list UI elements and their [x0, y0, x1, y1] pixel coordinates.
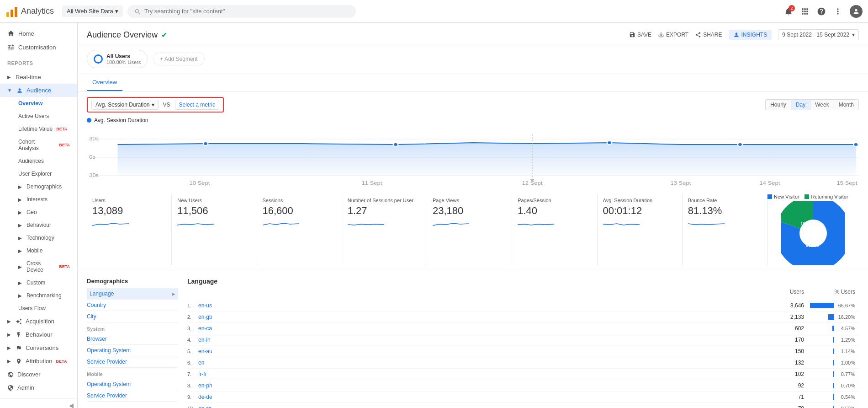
row-lang-cell: 8. en-ph	[187, 382, 767, 389]
sidebar-item-benchmarking[interactable]: ▶ Benchmarking	[0, 289, 77, 302]
date-range-picker[interactable]: 9 Sept 2022 - 15 Sept 2022 ▾	[778, 29, 859, 40]
insights-button[interactable]: INSIGHTS	[729, 30, 772, 40]
row-users: 92	[767, 382, 804, 389]
save-icon	[629, 32, 635, 38]
sidebar-item-interests[interactable]: ▶ Interests	[0, 193, 77, 206]
sidebar-item-cross-device[interactable]: ▶ Cross DeviceBETA	[0, 257, 77, 276]
sidebar-item-conversions[interactable]: ▶ Conversions	[0, 341, 77, 354]
demo-link-os[interactable]: Operating System	[87, 345, 178, 356]
metric-select-primary[interactable]: Avg. Session Duration ▾	[91, 100, 159, 110]
svg-text:30s: 30s	[89, 136, 99, 141]
row-lang-link[interactable]: de-de	[198, 394, 767, 400]
row-lang-link[interactable]: en-gb	[198, 314, 767, 320]
sidebar-item-behaviour-main[interactable]: ▶ Behaviour	[0, 328, 77, 341]
table-row: 8. en-ph 92 0.70%	[187, 380, 859, 392]
row-lang-link[interactable]: en-au	[198, 348, 767, 354]
row-lang-link[interactable]: en-ph	[198, 382, 767, 389]
sidebar-item-active-users[interactable]: Active Users	[0, 110, 77, 123]
sidebar-item-lifetime-value[interactable]: Lifetime ValueBETA	[0, 123, 77, 135]
row-pct: 0.70%	[837, 383, 855, 388]
search-input[interactable]	[144, 8, 349, 15]
sidebar-item-admin[interactable]: Admin	[0, 381, 77, 394]
export-button[interactable]: EXPORT	[658, 32, 688, 38]
bottom-section: Demographics Language ▶ Country City Sys…	[78, 270, 868, 408]
time-toggle-hourly[interactable]: Hourly	[766, 100, 791, 110]
expand-icon: ▶	[18, 280, 22, 285]
tab-overview[interactable]: Overview	[87, 74, 122, 91]
app-title: Analytics	[21, 6, 54, 16]
stat-users: Users 13,089	[87, 194, 172, 265]
row-bar-area: 0.77%	[804, 371, 859, 377]
sidebar-label-cohort-analysis: Cohort Analysis	[18, 139, 55, 151]
sidebar-item-home[interactable]: Home	[0, 27, 77, 40]
sidebar-item-mobile[interactable]: ▶ Mobile	[0, 244, 77, 257]
search-bar[interactable]	[127, 5, 356, 18]
sidebar-label-active-users: Active Users	[18, 113, 49, 119]
stat-pages-session-sparkline	[518, 219, 554, 228]
sidebar-item-audience[interactable]: ▼ Audience	[0, 84, 77, 97]
site-selector[interactable]: All Web Site Data ▾	[62, 5, 123, 17]
apps-icon[interactable]	[800, 7, 810, 16]
segment-label: All Users	[106, 53, 141, 59]
sidebar-item-customisation[interactable]: Customisation	[0, 40, 77, 54]
time-toggle-month[interactable]: Month	[834, 100, 858, 110]
search-icon	[134, 8, 141, 15]
table-row: 4. en-in 170 1.29%	[187, 334, 859, 346]
sidebar-item-audiences[interactable]: Audiences	[0, 155, 77, 167]
row-pct: 0.53%	[837, 406, 855, 408]
segment-chip-all-users[interactable]: All Users 100.00% Users	[87, 50, 148, 68]
time-toggles: Hourly Day Week Month	[765, 99, 859, 110]
demo-link-city[interactable]: City	[87, 311, 178, 322]
sidebar-item-discover[interactable]: Discover	[0, 368, 77, 381]
help-icon[interactable]	[817, 7, 826, 16]
demo-link-browser[interactable]: Browser	[87, 333, 178, 345]
demo-link-language[interactable]: Language ▶	[87, 288, 178, 300]
demo-language-label: Language	[90, 290, 114, 297]
sidebar-item-behaviour[interactable]: ▶ Behaviour	[0, 219, 77, 231]
demo-mobile-category: Mobile	[87, 371, 178, 377]
sidebar-item-demographics[interactable]: ▶ Demographics	[0, 180, 77, 193]
stats-row: Users 13,089 New Users 11,506 Sessions 1…	[78, 189, 868, 270]
col-users-header: Users	[767, 289, 804, 295]
sidebar-item-user-explorer[interactable]: User Explorer	[0, 167, 77, 180]
more-vertical-icon[interactable]	[833, 7, 842, 16]
metric-select-secondary[interactable]: Select a metric	[175, 100, 219, 110]
svg-rect-2	[15, 7, 17, 17]
row-bar-area: 65.67%	[804, 303, 859, 308]
sidebar-item-custom[interactable]: ▶ Custom	[0, 276, 77, 289]
add-segment-button[interactable]: + Add Segment	[153, 53, 204, 65]
row-lang-link[interactable]: en-us	[198, 302, 767, 309]
demo-link-mobile-os[interactable]: Operating System	[87, 379, 178, 390]
beta-badge: BETA	[56, 359, 67, 364]
svg-text:80.2%: 80.2%	[806, 243, 819, 248]
sidebar: Home Customisation REPORTS ▶ Real-time ▼…	[0, 23, 78, 408]
sidebar-item-technology[interactable]: ▶ Technology	[0, 231, 77, 244]
analytics-logo-icon	[5, 5, 18, 18]
share-button[interactable]: SHARE	[695, 32, 722, 38]
avatar[interactable]	[850, 5, 863, 18]
row-rank: 1.	[187, 303, 196, 308]
time-toggle-week[interactable]: Week	[810, 100, 834, 110]
row-lang-link[interactable]: en	[198, 360, 767, 366]
demo-mobile-service-label: Service Provider	[87, 392, 127, 399]
sidebar-item-attribution[interactable]: ▶ AttributionBETA	[0, 354, 77, 368]
sidebar-item-realtime[interactable]: ▶ Real-time	[0, 70, 77, 84]
notification-icon[interactable]: 2	[784, 7, 793, 16]
sidebar-item-overview[interactable]: Overview	[0, 97, 77, 110]
demo-link-country[interactable]: Country	[87, 300, 178, 311]
demo-link-mobile-service[interactable]: Service Provider	[87, 390, 178, 402]
row-lang-link[interactable]: es-es	[198, 405, 767, 408]
row-lang-link[interactable]: en-in	[198, 337, 767, 343]
demo-link-service-provider[interactable]: Service Provider	[87, 356, 178, 368]
sidebar-item-users-flow[interactable]: Users Flow	[0, 302, 77, 315]
sidebar-item-cohort-analysis[interactable]: Cohort AnalysisBETA	[0, 135, 77, 155]
sidebar-item-geo[interactable]: ▶ Geo	[0, 206, 77, 219]
sidebar-item-acquisition[interactable]: ▶ Acquisition	[0, 315, 77, 328]
stat-sessions-value: 16,600	[263, 205, 336, 217]
time-toggle-day[interactable]: Day	[791, 100, 810, 110]
row-lang-link[interactable]: fr-fr	[198, 371, 767, 377]
stat-sessions-per-user-label: Number of Sessions per User	[348, 198, 421, 203]
row-lang-link[interactable]: en-ca	[198, 325, 767, 332]
collapse-sidebar-button[interactable]: ◀	[0, 398, 77, 408]
save-button[interactable]: SAVE	[629, 32, 651, 38]
